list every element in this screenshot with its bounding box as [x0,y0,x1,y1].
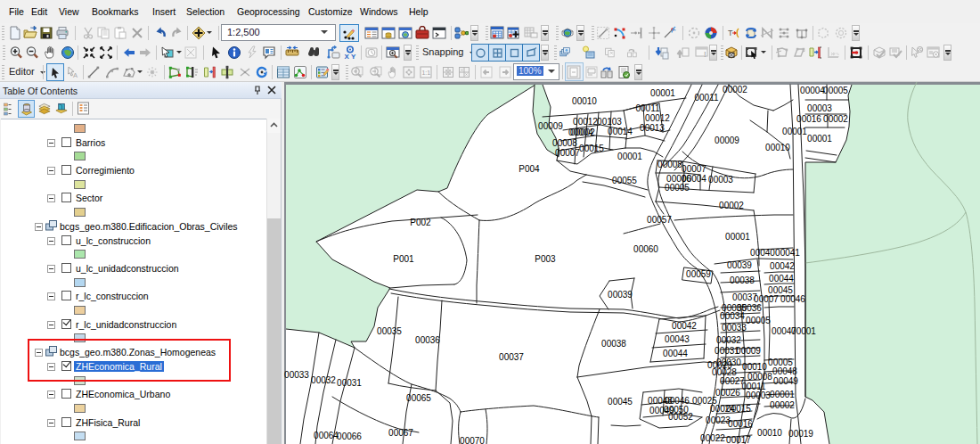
svg-text:00010: 00010 [757,428,782,438]
svg-text:00002: 00002 [723,85,747,95]
svg-text:00011: 00011 [694,93,719,103]
svg-text:00009: 00009 [538,121,563,131]
svg-text:00032: 00032 [716,335,741,345]
svg-text:00001: 00001 [650,88,675,98]
svg-text:00013: 00013 [640,123,665,133]
svg-text:00034: 00034 [720,311,745,321]
svg-text:00001: 00001 [807,134,832,144]
svg-text:00024: 00024 [710,404,735,414]
svg-text:00001: 00001 [782,127,807,136]
svg-text:00005: 00005 [665,183,690,193]
svg-text:00022: 00022 [700,433,725,443]
svg-text:00005: 00005 [823,86,848,95]
svg-text:P001: P001 [393,254,414,264]
svg-text:00055: 00055 [612,176,637,185]
svg-text:00057: 00057 [647,215,672,225]
svg-text:00008: 00008 [657,160,682,169]
svg-text:00010: 00010 [765,143,790,152]
svg-text:00014: 00014 [608,127,633,136]
svg-text:!: ! [704,50,706,59]
svg-text:00039: 00039 [727,260,752,270]
svg-text:00009: 00009 [715,136,739,145]
svg-text:00002: 00002 [719,201,744,210]
svg-text:00003: 00003 [807,103,832,113]
svg-text:00040: 00040 [750,248,775,258]
svg-text:00012: 00012 [573,117,598,127]
svg-text:00002: 00002 [823,114,848,124]
svg-text:00007: 00007 [555,148,580,158]
svg-text:00003: 00003 [708,175,733,185]
svg-text:00001: 00001 [770,390,795,399]
svg-text:00046: 00046 [780,294,805,304]
svg-text:00044: 00044 [663,349,688,358]
svg-text:00033: 00033 [284,370,309,380]
svg-text:00016: 00016 [728,419,753,429]
svg-text:00030: 00030 [716,358,741,367]
svg-text:00066: 00066 [337,432,362,441]
svg-text:P004: P004 [519,164,540,174]
svg-text:00037: 00037 [499,352,524,362]
svg-text:00036: 00036 [415,335,440,345]
svg-text:00035: 00035 [377,326,402,336]
svg-text:00043: 00043 [665,334,690,344]
svg-text:00045: 00045 [608,397,633,407]
svg-text:00031: 00031 [337,378,362,388]
svg-text:00001: 00001 [617,152,642,161]
svg-text:00012: 00012 [645,113,670,123]
svg-text:00067: 00067 [388,428,413,438]
svg-text:00016: 00016 [796,114,821,124]
svg-text:00005: 00005 [746,316,771,325]
svg-text:00003: 00003 [746,391,771,400]
svg-text:00038: 00038 [601,339,626,349]
svg-text:00044: 00044 [769,274,794,284]
svg-text:00008: 00008 [552,138,577,148]
svg-text:P002: P002 [410,218,431,227]
svg-text:00007: 00007 [682,164,706,174]
svg-text:00064: 00064 [314,431,339,440]
svg-text:00004: 00004 [800,86,825,95]
svg-text:00060: 00060 [633,244,658,254]
svg-text:00011: 00011 [635,103,660,113]
svg-text:00001: 00001 [725,232,750,242]
svg-text:00103: 00103 [597,117,622,127]
svg-text:00001: 00001 [791,326,816,336]
svg-text:00038: 00038 [730,275,755,285]
svg-text:00004: 00004 [568,127,593,137]
svg-text:00033: 00033 [722,323,747,333]
svg-text:00017: 00017 [726,435,751,444]
svg-text:00049: 00049 [773,376,798,386]
svg-text:00008: 00008 [747,372,772,382]
svg-text:00048: 00048 [772,366,797,376]
svg-text:00039: 00039 [608,290,633,300]
svg-text:00070: 00070 [460,436,485,444]
svg-text:00009: 00009 [736,346,761,356]
svg-text:00026: 00026 [715,388,740,398]
svg-text:1:1: 1:1 [421,70,430,76]
svg-text:00010: 00010 [742,362,767,372]
svg-text:00002: 00002 [770,400,795,410]
svg-text:00015: 00015 [579,144,604,153]
svg-text:00042: 00042 [770,261,795,271]
svg-text:00065: 00065 [406,393,431,403]
svg-text:00059: 00059 [686,269,711,279]
svg-text:00042: 00042 [672,321,697,331]
svg-text:00019: 00019 [788,429,813,439]
svg-text:00032: 00032 [311,375,336,385]
svg-text:P003: P003 [535,254,556,264]
svg-text:X Y: X Y [345,53,356,60]
svg-text:00052: 00052 [668,412,693,422]
svg-text:A: A [73,71,78,79]
svg-text:00041: 00041 [775,248,800,258]
svg-text:00023: 00023 [706,415,731,425]
svg-text:00010: 00010 [572,96,597,106]
